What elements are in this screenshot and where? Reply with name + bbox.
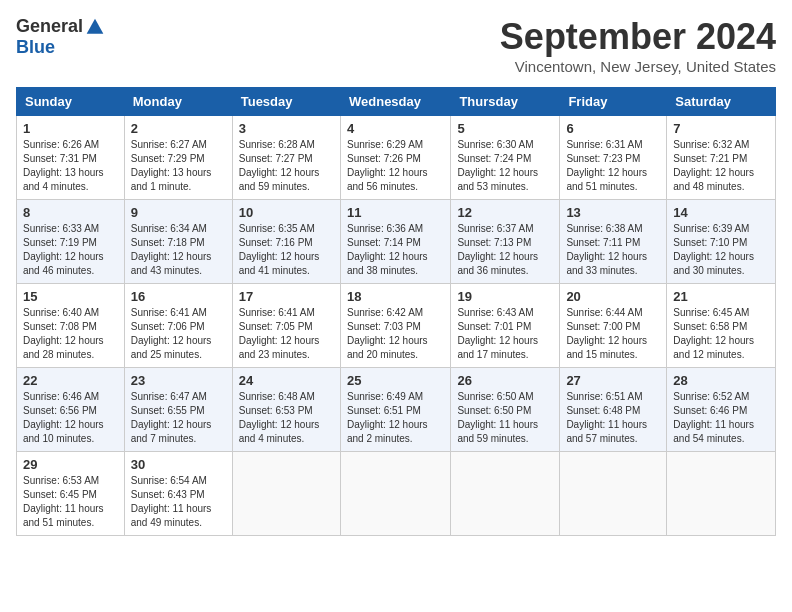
calendar-header-sunday: Sunday <box>17 88 125 116</box>
day-number: 16 <box>131 289 226 304</box>
day-number: 29 <box>23 457 118 472</box>
day-info: Sunrise: 6:45 AM Sunset: 6:58 PM Dayligh… <box>673 306 769 362</box>
calendar-header-friday: Friday <box>560 88 667 116</box>
day-info: Sunrise: 6:51 AM Sunset: 6:48 PM Dayligh… <box>566 390 660 446</box>
day-info: Sunrise: 6:26 AM Sunset: 7:31 PM Dayligh… <box>23 138 118 194</box>
calendar-header-tuesday: Tuesday <box>232 88 340 116</box>
calendar-cell: 23Sunrise: 6:47 AM Sunset: 6:55 PM Dayli… <box>124 368 232 452</box>
calendar-cell <box>451 452 560 536</box>
calendar-week-1: 1Sunrise: 6:26 AM Sunset: 7:31 PM Daylig… <box>17 116 776 200</box>
calendar-cell: 4Sunrise: 6:29 AM Sunset: 7:26 PM Daylig… <box>340 116 450 200</box>
location: Vincentown, New Jersey, United States <box>500 58 776 75</box>
calendar-cell: 25Sunrise: 6:49 AM Sunset: 6:51 PM Dayli… <box>340 368 450 452</box>
day-info: Sunrise: 6:52 AM Sunset: 6:46 PM Dayligh… <box>673 390 769 446</box>
calendar-cell: 29Sunrise: 6:53 AM Sunset: 6:45 PM Dayli… <box>17 452 125 536</box>
day-number: 10 <box>239 205 334 220</box>
logo-icon <box>85 17 105 37</box>
logo: General Blue <box>16 16 105 58</box>
calendar-cell: 3Sunrise: 6:28 AM Sunset: 7:27 PM Daylig… <box>232 116 340 200</box>
day-number: 11 <box>347 205 444 220</box>
day-number: 25 <box>347 373 444 388</box>
day-number: 12 <box>457 205 553 220</box>
day-info: Sunrise: 6:37 AM Sunset: 7:13 PM Dayligh… <box>457 222 553 278</box>
calendar-cell: 27Sunrise: 6:51 AM Sunset: 6:48 PM Dayli… <box>560 368 667 452</box>
logo-blue: Blue <box>16 37 55 58</box>
day-number: 13 <box>566 205 660 220</box>
calendar-header-wednesday: Wednesday <box>340 88 450 116</box>
calendar-cell: 10Sunrise: 6:35 AM Sunset: 7:16 PM Dayli… <box>232 200 340 284</box>
calendar-cell: 19Sunrise: 6:43 AM Sunset: 7:01 PM Dayli… <box>451 284 560 368</box>
day-info: Sunrise: 6:44 AM Sunset: 7:00 PM Dayligh… <box>566 306 660 362</box>
day-info: Sunrise: 6:43 AM Sunset: 7:01 PM Dayligh… <box>457 306 553 362</box>
day-number: 5 <box>457 121 553 136</box>
calendar-cell: 17Sunrise: 6:41 AM Sunset: 7:05 PM Dayli… <box>232 284 340 368</box>
calendar-cell: 15Sunrise: 6:40 AM Sunset: 7:08 PM Dayli… <box>17 284 125 368</box>
calendar-cell: 14Sunrise: 6:39 AM Sunset: 7:10 PM Dayli… <box>667 200 776 284</box>
day-info: Sunrise: 6:29 AM Sunset: 7:26 PM Dayligh… <box>347 138 444 194</box>
day-info: Sunrise: 6:31 AM Sunset: 7:23 PM Dayligh… <box>566 138 660 194</box>
day-number: 15 <box>23 289 118 304</box>
calendar-cell: 5Sunrise: 6:30 AM Sunset: 7:24 PM Daylig… <box>451 116 560 200</box>
day-number: 14 <box>673 205 769 220</box>
day-number: 27 <box>566 373 660 388</box>
day-info: Sunrise: 6:41 AM Sunset: 7:05 PM Dayligh… <box>239 306 334 362</box>
calendar-cell: 2Sunrise: 6:27 AM Sunset: 7:29 PM Daylig… <box>124 116 232 200</box>
calendar-header-row: SundayMondayTuesdayWednesdayThursdayFrid… <box>17 88 776 116</box>
day-info: Sunrise: 6:39 AM Sunset: 7:10 PM Dayligh… <box>673 222 769 278</box>
calendar-week-4: 22Sunrise: 6:46 AM Sunset: 6:56 PM Dayli… <box>17 368 776 452</box>
day-info: Sunrise: 6:47 AM Sunset: 6:55 PM Dayligh… <box>131 390 226 446</box>
calendar-cell: 11Sunrise: 6:36 AM Sunset: 7:14 PM Dayli… <box>340 200 450 284</box>
calendar-cell: 18Sunrise: 6:42 AM Sunset: 7:03 PM Dayli… <box>340 284 450 368</box>
calendar-cell: 26Sunrise: 6:50 AM Sunset: 6:50 PM Dayli… <box>451 368 560 452</box>
day-info: Sunrise: 6:36 AM Sunset: 7:14 PM Dayligh… <box>347 222 444 278</box>
day-number: 20 <box>566 289 660 304</box>
day-info: Sunrise: 6:54 AM Sunset: 6:43 PM Dayligh… <box>131 474 226 530</box>
calendar-cell: 6Sunrise: 6:31 AM Sunset: 7:23 PM Daylig… <box>560 116 667 200</box>
day-number: 28 <box>673 373 769 388</box>
calendar-cell: 16Sunrise: 6:41 AM Sunset: 7:06 PM Dayli… <box>124 284 232 368</box>
day-info: Sunrise: 6:49 AM Sunset: 6:51 PM Dayligh… <box>347 390 444 446</box>
day-info: Sunrise: 6:48 AM Sunset: 6:53 PM Dayligh… <box>239 390 334 446</box>
day-number: 24 <box>239 373 334 388</box>
calendar-cell: 12Sunrise: 6:37 AM Sunset: 7:13 PM Dayli… <box>451 200 560 284</box>
day-info: Sunrise: 6:46 AM Sunset: 6:56 PM Dayligh… <box>23 390 118 446</box>
day-number: 9 <box>131 205 226 220</box>
calendar-cell <box>667 452 776 536</box>
calendar-week-5: 29Sunrise: 6:53 AM Sunset: 6:45 PM Dayli… <box>17 452 776 536</box>
calendar-week-2: 8Sunrise: 6:33 AM Sunset: 7:19 PM Daylig… <box>17 200 776 284</box>
day-number: 23 <box>131 373 226 388</box>
calendar-cell: 9Sunrise: 6:34 AM Sunset: 7:18 PM Daylig… <box>124 200 232 284</box>
day-number: 8 <box>23 205 118 220</box>
day-info: Sunrise: 6:41 AM Sunset: 7:06 PM Dayligh… <box>131 306 226 362</box>
logo-general: General <box>16 16 83 37</box>
day-info: Sunrise: 6:53 AM Sunset: 6:45 PM Dayligh… <box>23 474 118 530</box>
calendar-cell: 1Sunrise: 6:26 AM Sunset: 7:31 PM Daylig… <box>17 116 125 200</box>
day-number: 2 <box>131 121 226 136</box>
day-info: Sunrise: 6:28 AM Sunset: 7:27 PM Dayligh… <box>239 138 334 194</box>
day-number: 18 <box>347 289 444 304</box>
day-info: Sunrise: 6:42 AM Sunset: 7:03 PM Dayligh… <box>347 306 444 362</box>
day-info: Sunrise: 6:50 AM Sunset: 6:50 PM Dayligh… <box>457 390 553 446</box>
day-info: Sunrise: 6:33 AM Sunset: 7:19 PM Dayligh… <box>23 222 118 278</box>
day-number: 19 <box>457 289 553 304</box>
calendar-cell: 13Sunrise: 6:38 AM Sunset: 7:11 PM Dayli… <box>560 200 667 284</box>
day-info: Sunrise: 6:40 AM Sunset: 7:08 PM Dayligh… <box>23 306 118 362</box>
day-info: Sunrise: 6:34 AM Sunset: 7:18 PM Dayligh… <box>131 222 226 278</box>
calendar-cell: 20Sunrise: 6:44 AM Sunset: 7:00 PM Dayli… <box>560 284 667 368</box>
day-info: Sunrise: 6:35 AM Sunset: 7:16 PM Dayligh… <box>239 222 334 278</box>
calendar-header-saturday: Saturday <box>667 88 776 116</box>
calendar-cell: 28Sunrise: 6:52 AM Sunset: 6:46 PM Dayli… <box>667 368 776 452</box>
day-number: 26 <box>457 373 553 388</box>
day-number: 22 <box>23 373 118 388</box>
calendar-cell: 24Sunrise: 6:48 AM Sunset: 6:53 PM Dayli… <box>232 368 340 452</box>
calendar-cell <box>560 452 667 536</box>
calendar-cell: 8Sunrise: 6:33 AM Sunset: 7:19 PM Daylig… <box>17 200 125 284</box>
day-info: Sunrise: 6:38 AM Sunset: 7:11 PM Dayligh… <box>566 222 660 278</box>
day-number: 7 <box>673 121 769 136</box>
title-block: September 2024 Vincentown, New Jersey, U… <box>500 16 776 75</box>
day-number: 4 <box>347 121 444 136</box>
calendar-header-thursday: Thursday <box>451 88 560 116</box>
page-header: General Blue September 2024 Vincentown, … <box>16 16 776 75</box>
month-title: September 2024 <box>500 16 776 58</box>
calendar-cell: 7Sunrise: 6:32 AM Sunset: 7:21 PM Daylig… <box>667 116 776 200</box>
